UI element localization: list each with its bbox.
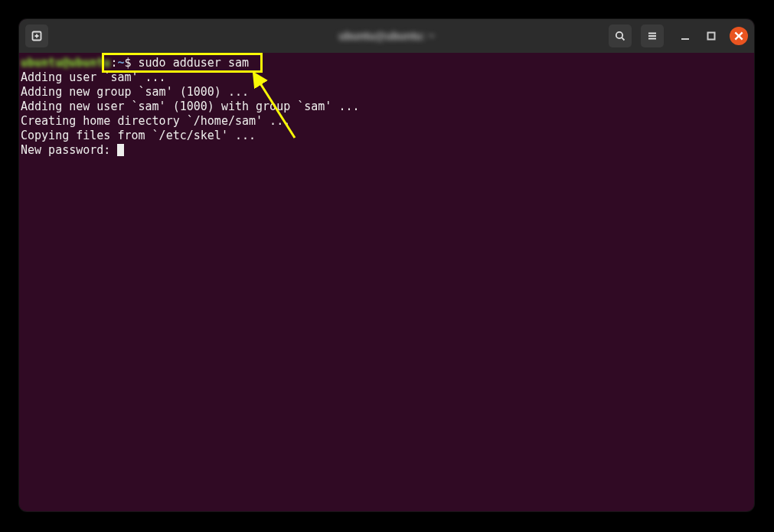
titlebar: ubuntu@ubuntu: ~ (19, 19, 754, 53)
new-tab-button[interactable] (25, 24, 48, 47)
prompt-user: ubuntu@ubuntu (21, 56, 110, 70)
output-line: Adding user `sam' ... (21, 70, 166, 84)
search-button[interactable] (609, 24, 632, 47)
close-button[interactable] (730, 27, 748, 45)
hamburger-icon (646, 30, 658, 42)
minimize-button[interactable] (678, 28, 693, 44)
maximize-button[interactable] (704, 28, 719, 44)
command-text: sudo adduser sam (139, 56, 250, 70)
minimize-icon (681, 31, 690, 41)
output-line: New password: (21, 143, 117, 157)
output-line: Creating home directory `/home/sam' ... (21, 114, 290, 128)
window-title: ubuntu@ubuntu: ~ (338, 30, 434, 42)
svg-line-4 (622, 38, 624, 40)
cursor (117, 144, 124, 156)
output-line: Adding new group `sam' (1000) ... (21, 85, 249, 99)
svg-point-3 (616, 32, 622, 38)
output-line: Copying files from `/etc/skel' ... (21, 129, 256, 142)
terminal-output[interactable]: ubuntu@ubuntu:~$ sudo adduser sam Adding… (19, 53, 754, 161)
new-tab-icon (31, 30, 43, 42)
prompt-symbol: $ (124, 56, 131, 70)
terminal-window: ubuntu@ubuntu: ~ (19, 19, 754, 511)
close-icon (733, 30, 745, 42)
menu-button[interactable] (641, 24, 664, 47)
maximize-icon (707, 31, 716, 41)
output-line: Adding new user `sam' (1000) with group … (21, 100, 360, 113)
svg-rect-9 (708, 33, 715, 40)
search-icon (614, 30, 626, 42)
